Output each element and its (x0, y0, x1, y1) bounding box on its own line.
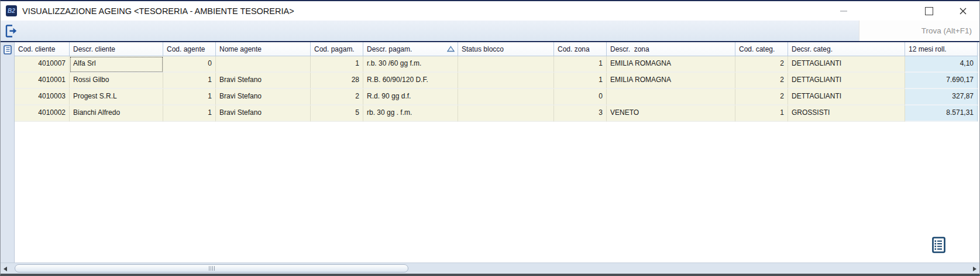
cell-descr_pagam[interactable]: R.B. 60/90/120 D.F. (363, 73, 458, 89)
cell-cod_categ[interactable]: 2 (735, 89, 788, 105)
cell-cod_pagam[interactable]: 28 (311, 73, 363, 89)
scroll-right-button[interactable] (970, 263, 979, 274)
column-header-nome_agente[interactable]: Nome agente (216, 42, 311, 56)
column-header-cod_zona[interactable]: Cod. zona (554, 42, 607, 56)
column-header-label: Nome agente (219, 45, 262, 53)
close-button[interactable] (951, 1, 975, 21)
cell-cod_cliente[interactable]: 4010007 (15, 56, 70, 73)
cell-cod_agente[interactable]: 1 (163, 105, 216, 122)
exit-button[interactable] (1, 21, 20, 41)
cell-cod_pagam[interactable]: 1 (311, 56, 363, 73)
app-logo-icon: B2 (6, 5, 17, 16)
column-header-label: Cod. categ. (739, 45, 775, 53)
cell-descr_zona[interactable]: VENETO (607, 105, 735, 122)
cell-decsr_categ[interactable]: DETTAGLIANTI (788, 56, 905, 73)
horizontal-scrollbar[interactable] (1, 263, 979, 274)
cell-descr_pagam[interactable]: R.d. 90 gg d.f. (363, 89, 458, 105)
data-grid: Cod. clienteDescr. clienteCod. agenteNom… (15, 42, 979, 263)
sort-asc-icon (447, 46, 455, 52)
cell-nome_agente[interactable]: Bravi Stefano (216, 89, 311, 105)
cell-status_blocco[interactable] (458, 73, 554, 89)
cell-cod_agente[interactable]: 1 (163, 73, 216, 89)
cell-descr_zona[interactable] (607, 89, 735, 105)
cell-cod_categ[interactable]: 1 (735, 105, 788, 122)
cell-decsr_categ[interactable]: DETTAGLIANTI (788, 73, 905, 89)
cell-descr_cliente[interactable]: Progest S.R.L (70, 89, 163, 105)
column-header-descr_zona[interactable]: Descr. zona (607, 42, 735, 56)
close-icon (959, 7, 967, 15)
cell-cod_cliente[interactable]: 4010002 (15, 105, 70, 122)
column-header-mesi_roll[interactable]: 12 mesi roll. (905, 42, 978, 56)
column-header-cod_categ[interactable]: Cod. categ. (735, 42, 788, 56)
cell-cod_agente[interactable]: 0 (163, 56, 216, 73)
cell-decsr_categ[interactable]: DETTAGLIANTI (788, 89, 905, 105)
find-hint[interactable]: Trova (Alt+F1) (859, 21, 979, 41)
cell-cod_zona[interactable]: 0 (554, 89, 607, 105)
details-list-icon[interactable] (932, 237, 945, 255)
column-header-status_blocco[interactable]: Status blocco (458, 42, 554, 56)
cell-mesi_roll[interactable]: 4,10 (905, 56, 978, 73)
cell-cod_categ[interactable]: 2 (735, 56, 788, 73)
grid-rows: 4010007Alfa Srl01r.b. 30 /60 gg f.m.1EMI… (15, 56, 979, 122)
grid-header-row: Cod. clienteDescr. clienteCod. agenteNom… (15, 42, 979, 56)
column-header-cod_agente[interactable]: Cod. agente (163, 42, 216, 56)
cell-cod_pagam[interactable]: 5 (311, 105, 363, 122)
cell-status_blocco[interactable] (458, 89, 554, 105)
cell-status_blocco[interactable] (458, 56, 554, 73)
cell-cod_agente[interactable]: 1 (163, 89, 216, 105)
title-bar: B2 VISUALIZZAZIONE AGEING <TESORERIA - A… (1, 1, 979, 21)
column-header-cod_pagam[interactable]: Cod. pagam. (311, 42, 363, 56)
column-header-decsr_categ[interactable]: Decsr. categ. (788, 42, 905, 56)
column-header-label: Status blocco (462, 45, 504, 53)
table-row[interactable]: 4010007Alfa Srl01r.b. 30 /60 gg f.m.1EMI… (15, 56, 979, 73)
row-header-gutter (1, 42, 15, 263)
cell-descr_zona[interactable]: EMILIA ROMAGNA (607, 73, 735, 89)
column-header-cod_cliente[interactable]: Cod. cliente (15, 42, 70, 56)
cell-cod_cliente[interactable]: 4010003 (15, 89, 70, 105)
scroll-right-icon (973, 267, 976, 271)
column-header-descr_cliente[interactable]: Descr. cliente (70, 42, 163, 56)
cell-decsr_categ[interactable]: GROSSISTI (788, 105, 905, 122)
cell-status_blocco[interactable] (458, 105, 554, 122)
cell-cod_cliente[interactable]: 4010001 (15, 73, 70, 89)
exit-icon (4, 23, 18, 39)
app-logo-text: B2 (8, 8, 15, 14)
cell-cod_pagam[interactable]: 2 (311, 89, 363, 105)
cell-descr_pagam[interactable]: rb. 30 gg . f.m. (363, 105, 458, 122)
cell-nome_agente[interactable] (216, 56, 311, 73)
cell-cod_zona[interactable]: 1 (554, 73, 607, 89)
minimize-button[interactable] (832, 1, 855, 21)
column-header-descr_pagam[interactable]: Descr. pagam. (363, 42, 458, 56)
scroll-left-button[interactable] (1, 263, 10, 274)
app-window: B2 VISUALIZZAZIONE AGEING <TESORERIA - A… (0, 0, 980, 276)
select-all-icon[interactable] (4, 45, 12, 57)
column-header-label: Cod. agente (167, 45, 205, 53)
table-row[interactable]: 4010003Progest S.R.L1Bravi Stefano2R.d. … (15, 89, 979, 105)
scrollbar-thumb[interactable] (15, 264, 408, 272)
column-header-label: Descr. cliente (73, 45, 115, 53)
maximize-button[interactable] (917, 1, 941, 21)
maximize-icon (925, 7, 933, 15)
cell-mesi_roll[interactable]: 7.690,17 (905, 73, 978, 89)
column-header-label: 12 mesi roll. (909, 45, 947, 53)
table-row[interactable]: 4010001Rossi Gilbo1Bravi Stefano28R.B. 6… (15, 73, 979, 89)
cell-nome_agente[interactable]: Bravi Stefano (216, 105, 311, 122)
cell-cod_categ[interactable]: 2 (735, 73, 788, 89)
column-header-label: Cod. pagam. (314, 45, 355, 53)
cell-descr_zona[interactable]: EMILIA ROMAGNA (607, 56, 735, 73)
column-header-label: Cod. zona (558, 45, 590, 53)
window-controls (832, 1, 979, 21)
cell-mesi_roll[interactable]: 8.571,31 (905, 105, 978, 122)
cell-descr_cliente[interactable]: Alfa Srl (70, 56, 163, 73)
cell-cod_zona[interactable]: 3 (554, 105, 607, 122)
cell-mesi_roll[interactable]: 327,87 (905, 89, 978, 105)
cell-descr_cliente[interactable]: Rossi Gilbo (70, 73, 163, 89)
cell-nome_agente[interactable]: Bravi Stefano (216, 73, 311, 89)
cell-descr_pagam[interactable]: r.b. 30 /60 gg f.m. (363, 56, 458, 73)
window-title: VISUALIZZAZIONE AGEING <TESORERIA - AMBI… (22, 6, 294, 16)
cell-cod_zona[interactable]: 1 (554, 56, 607, 73)
cell-descr_cliente[interactable]: Bianchi Alfredo (70, 105, 163, 122)
scrollbar-grip-icon (209, 266, 215, 271)
table-row[interactable]: 4010002Bianchi Alfredo1Bravi Stefano5rb.… (15, 105, 979, 122)
column-header-label: Descr. zona (610, 45, 649, 53)
